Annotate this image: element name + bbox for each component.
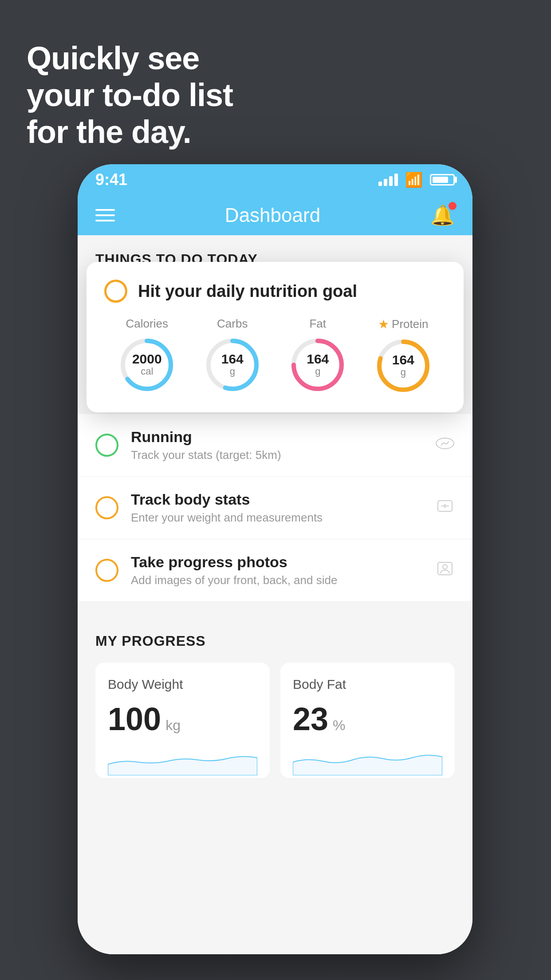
phone-mockup: 9:41 📶 Dashboard 🔔 — [78, 164, 472, 954]
signal-icon — [378, 174, 398, 186]
hero-line3: for the day. — [27, 114, 233, 150]
status-icons: 📶 — [378, 171, 455, 188]
body-weight-wave — [108, 744, 257, 775]
hamburger-menu[interactable] — [95, 209, 115, 221]
notification-dot — [449, 202, 457, 210]
protein-label: ★ Protein — [378, 317, 428, 332]
todo-item-photos[interactable]: Take progress photos Add images of your … — [78, 539, 472, 602]
nutrition-stats: Calories 2000 cal Carbs — [104, 317, 446, 395]
body-fat-wave — [293, 744, 442, 775]
carbs-ring: 164 g — [204, 336, 261, 394]
body-weight-number: 100 — [108, 701, 161, 737]
running-text: Running Track your stats (target: 5km) — [131, 428, 423, 462]
my-progress-section: MY PROGRESS Body Weight 100 kg — [78, 615, 472, 796]
nav-title: Dashboard — [225, 204, 320, 226]
nutrition-card-title: Hit your daily nutrition goal — [138, 282, 357, 301]
body-stats-subtitle: Enter your weight and measurements — [131, 511, 423, 525]
photos-circle — [95, 559, 118, 582]
person-photo-icon — [435, 559, 455, 582]
battery-icon — [430, 174, 455, 186]
stat-calories: Calories 2000 cal — [118, 317, 176, 394]
body-stats-circle — [95, 496, 118, 519]
nutrition-circle-check — [104, 280, 127, 303]
body-fat-value: 23 % — [293, 701, 442, 737]
scale-icon — [435, 496, 455, 520]
stat-carbs: Carbs 164 g — [204, 317, 261, 394]
photos-text: Take progress photos Add images of your … — [131, 553, 423, 587]
status-bar: 9:41 📶 — [78, 164, 472, 195]
calories-ring: 2000 cal — [118, 336, 176, 394]
wifi-icon: 📶 — [405, 171, 423, 188]
fat-label: Fat — [309, 317, 326, 331]
nav-bar: Dashboard 🔔 — [78, 195, 472, 235]
notification-bell[interactable]: 🔔 — [430, 204, 455, 227]
body-stats-text: Track body stats Enter your weight and m… — [131, 491, 423, 525]
todo-item-running[interactable]: Running Track your stats (target: 5km) — [78, 414, 472, 477]
content-area: THINGS TO DO TODAY Hit your daily nutrit… — [78, 235, 472, 954]
carbs-label: Carbs — [217, 317, 248, 331]
photos-title: Take progress photos — [131, 553, 423, 571]
body-fat-unit: % — [333, 717, 345, 734]
body-weight-unit: kg — [165, 717, 181, 734]
body-fat-card-title: Body Fat — [293, 677, 442, 692]
hero-text: Quickly see your to-do list for the day. — [27, 40, 233, 150]
body-weight-value: 100 kg — [108, 701, 257, 737]
fat-ring: 164 g — [289, 336, 346, 394]
running-title: Running — [131, 428, 423, 446]
todo-item-body-stats[interactable]: Track body stats Enter your weight and m… — [78, 477, 472, 539]
hero-line1: Quickly see — [27, 40, 233, 77]
nutrition-card[interactable]: Hit your daily nutrition goal Calories 2… — [87, 262, 464, 412]
status-time: 9:41 — [95, 170, 127, 189]
body-stats-title: Track body stats — [131, 491, 423, 508]
calories-label: Calories — [126, 317, 168, 331]
running-icon — [435, 434, 455, 457]
hero-line2: your to-do list — [27, 77, 233, 114]
todo-list: Running Track your stats (target: 5km) T… — [78, 414, 472, 602]
body-fat-card[interactable]: Body Fat 23 % — [280, 663, 455, 778]
body-weight-card[interactable]: Body Weight 100 kg — [95, 663, 270, 778]
svg-point-11 — [443, 565, 447, 569]
photos-subtitle: Add images of your front, back, and side — [131, 573, 423, 587]
nutrition-card-header: Hit your daily nutrition goal — [104, 280, 446, 303]
stat-protein: ★ Protein 164 g — [374, 317, 432, 395]
running-subtitle: Track your stats (target: 5km) — [131, 448, 423, 462]
progress-cards: Body Weight 100 kg Body Fat 23 — [95, 663, 455, 778]
protein-ring: 164 g — [374, 337, 432, 395]
body-fat-number: 23 — [293, 701, 328, 737]
running-circle — [95, 434, 118, 457]
star-icon: ★ — [378, 317, 389, 332]
body-weight-card-title: Body Weight — [108, 677, 257, 692]
progress-title: MY PROGRESS — [95, 633, 455, 649]
stat-fat: Fat 164 g — [289, 317, 346, 394]
